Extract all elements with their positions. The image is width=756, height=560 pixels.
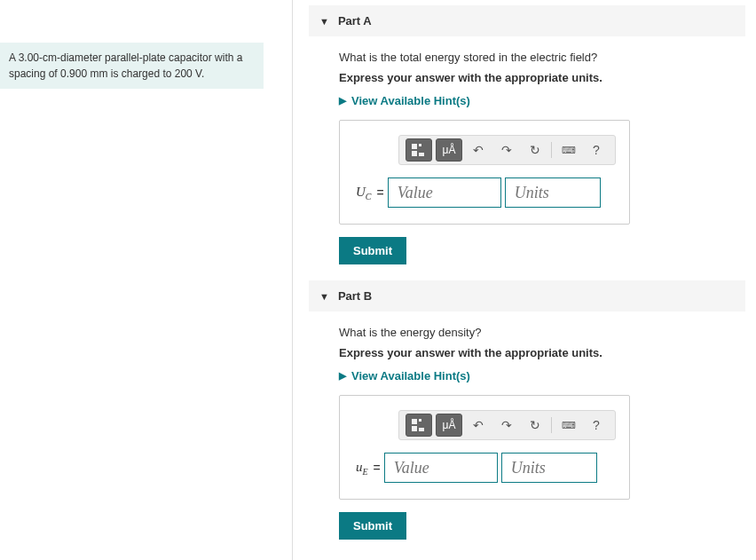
hints-label: View Available Hint(s)	[351, 369, 470, 383]
template-picker-button[interactable]	[406, 138, 432, 162]
expand-icon: ▶	[339, 370, 346, 382]
part-a-title: Part A	[338, 14, 372, 28]
svg-rect-4	[412, 419, 417, 424]
part-a-instruction: Express your answer with the appropriate…	[339, 71, 745, 84]
part-a-header[interactable]: ▼ Part A	[309, 5, 745, 36]
main-column: ▼ Part A What is the total energy stored…	[293, 0, 756, 560]
part-b-title: Part B	[338, 289, 372, 303]
part-a-entry-row: UC =	[356, 177, 613, 208]
equals-sign: =	[374, 461, 381, 475]
part-a-units-input[interactable]	[505, 177, 601, 208]
collapse-icon: ▼	[319, 291, 329, 302]
expand-icon: ▶	[339, 95, 346, 106]
part-b-question: What is the energy density?	[339, 326, 745, 339]
redo-button[interactable]: ↷	[494, 414, 519, 437]
part-a-toolbar: μÅ ↶ ↷ ↻ ⌨ ?	[398, 135, 616, 165]
part-b-entry-row: uE =	[356, 453, 613, 483]
part-b-value-input[interactable]	[384, 453, 498, 483]
equals-sign: =	[377, 185, 384, 200]
part-b-hints-link[interactable]: ▶ View Available Hint(s)	[339, 369, 470, 383]
svg-rect-5	[419, 419, 421, 422]
part-a-variable: UC	[356, 185, 372, 201]
redo-button[interactable]: ↷	[494, 138, 519, 162]
hints-label: View Available Hint(s)	[351, 94, 470, 107]
keyboard-button[interactable]: ⌨	[555, 414, 580, 437]
svg-rect-7	[419, 428, 424, 431]
help-button[interactable]: ?	[584, 138, 609, 162]
part-a-question: What is the total energy stored in the e…	[339, 51, 745, 64]
part-b-units-input[interactable]	[501, 453, 597, 483]
units-button[interactable]: μÅ	[436, 414, 462, 437]
part-a-value-input[interactable]	[388, 177, 501, 208]
svg-rect-2	[412, 151, 417, 156]
part-a-body: What is the total energy stored in the e…	[309, 51, 745, 280]
svg-rect-3	[419, 153, 424, 156]
svg-rect-1	[419, 144, 421, 146]
undo-button[interactable]: ↶	[466, 138, 491, 162]
units-button[interactable]: μÅ	[436, 138, 462, 162]
part-a-hints-link[interactable]: ▶ View Available Hint(s)	[339, 94, 470, 107]
keyboard-button[interactable]: ⌨	[555, 138, 580, 162]
part-b-header[interactable]: ▼ Part B	[309, 280, 745, 312]
part-a-submit-button[interactable]: Submit	[339, 237, 406, 264]
part-b-variable: uE	[356, 460, 368, 477]
part-a-answer-box: μÅ ↶ ↷ ↻ ⌨ ? UC =	[339, 120, 630, 225]
separator	[551, 142, 552, 158]
part-b-body: What is the energy density? Express your…	[309, 326, 745, 556]
svg-rect-0	[412, 144, 417, 149]
undo-button[interactable]: ↶	[466, 414, 491, 437]
part-b-toolbar: μÅ ↶ ↷ ↻ ⌨ ?	[398, 410, 616, 440]
part-b-answer-box: μÅ ↶ ↷ ↻ ⌨ ? uE =	[339, 395, 630, 500]
collapse-icon: ▼	[319, 16, 329, 27]
part-b-submit-button[interactable]: Submit	[339, 512, 406, 540]
reset-button[interactable]: ↻	[523, 414, 547, 437]
template-picker-button[interactable]	[406, 414, 432, 437]
left-column: A 3.00-cm-diameter parallel-plate capaci…	[0, 0, 293, 560]
reset-button[interactable]: ↻	[523, 138, 547, 162]
problem-statement: A 3.00-cm-diameter parallel-plate capaci…	[0, 43, 264, 89]
help-button[interactable]: ?	[584, 414, 609, 437]
separator	[551, 417, 552, 433]
svg-rect-6	[412, 426, 417, 431]
part-b-instruction: Express your answer with the appropriate…	[339, 346, 745, 359]
